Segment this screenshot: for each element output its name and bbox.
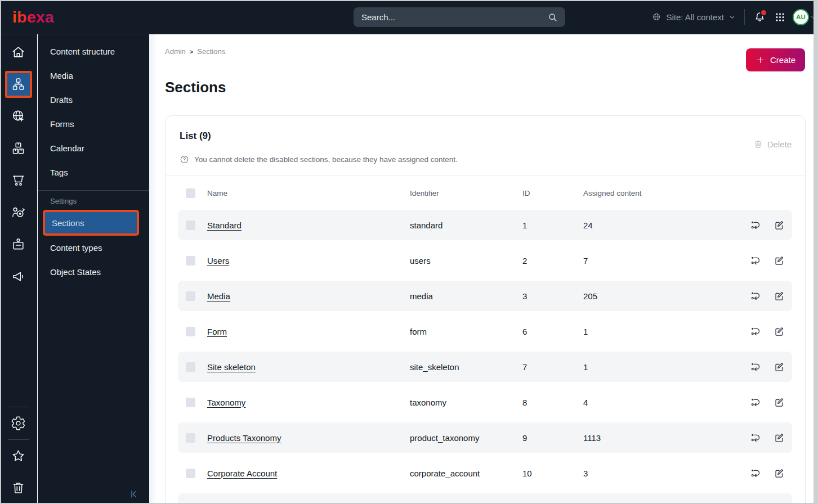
window-border xyxy=(0,0,1,504)
row-checkbox[interactable] xyxy=(186,291,195,301)
section-name-link[interactable]: Standard xyxy=(207,220,242,230)
section-name-link[interactable]: Media xyxy=(207,291,230,301)
menu-item-sections[interactable]: Sections xyxy=(43,210,139,236)
table-row: Site skeleton site_skeleton 7 1 xyxy=(178,352,792,382)
table-row: Taxonomy taxonomy 8 4 xyxy=(178,387,792,417)
edit-icon[interactable] xyxy=(774,468,784,478)
create-button[interactable]: Create xyxy=(746,48,805,71)
trash-icon xyxy=(11,480,26,496)
select-all-checkbox[interactable] xyxy=(186,188,195,198)
row-checkbox[interactable] xyxy=(186,469,195,478)
content-structure-icon xyxy=(11,76,26,92)
edit-icon[interactable] xyxy=(774,326,784,336)
marketing-megaphone-icon xyxy=(11,269,26,284)
ibexa-logo[interactable]: ibexa xyxy=(12,7,64,26)
sidebar-item-customer-portal[interactable] xyxy=(0,228,37,260)
section-name-link[interactable]: Site skeleton xyxy=(207,362,256,372)
section-identifier: site_skeleton xyxy=(410,362,522,372)
sidebar-item-bookmarks[interactable] xyxy=(0,440,37,472)
search-input[interactable] xyxy=(360,12,547,22)
table-row: Products Taxonomy product_taxonomy 9 111… xyxy=(178,422,792,453)
section-assigned-content: 3 xyxy=(583,469,740,478)
sidebar-item-dashboard[interactable] xyxy=(0,36,37,68)
sidebar-item-personalization[interactable] xyxy=(0,196,37,228)
sidebar-item-product-catalog[interactable] xyxy=(0,132,37,164)
section-identifier: media xyxy=(410,291,522,301)
list-note-text: You cannot delete the disabled sections,… xyxy=(194,155,458,164)
assign-content-icon[interactable] xyxy=(750,255,761,266)
assign-content-icon[interactable] xyxy=(750,220,761,230)
table-row: Standard standard 1 24 xyxy=(178,210,792,240)
edit-icon[interactable] xyxy=(774,433,784,443)
row-checkbox[interactable] xyxy=(186,362,195,372)
breadcrumb-admin[interactable]: Admin xyxy=(165,47,186,56)
section-id: 3 xyxy=(522,291,583,301)
menu-item-object-states[interactable]: Object States xyxy=(38,260,149,284)
menu-item-content-structure[interactable]: Content structure xyxy=(38,39,149,64)
section-name-link[interactable]: Taxonomy xyxy=(207,398,245,407)
sidebar-item-site[interactable] xyxy=(0,100,37,132)
sidebar-item-admin[interactable] xyxy=(0,407,37,439)
notifications-button[interactable] xyxy=(753,11,766,24)
menu-item-content-types[interactable]: Content types xyxy=(38,236,149,260)
user-avatar[interactable]: AU xyxy=(793,9,809,25)
home-icon xyxy=(11,44,26,60)
section-id: 1 xyxy=(522,220,583,230)
assign-content-icon[interactable] xyxy=(750,397,761,407)
site-context-selector[interactable]: Site: All context xyxy=(651,12,736,22)
list-note: You cannot delete the disabled sections,… xyxy=(180,155,792,164)
trash-icon xyxy=(753,140,763,149)
grid-dots-icon xyxy=(775,12,785,22)
section-name-link[interactable]: Form xyxy=(207,327,227,336)
question-circle-icon xyxy=(180,155,189,164)
sidebar-item-commerce[interactable] xyxy=(0,164,37,196)
assign-content-icon[interactable] xyxy=(750,468,761,478)
edit-icon[interactable] xyxy=(774,291,784,301)
customer-portal-icon xyxy=(11,237,26,252)
list-title: List (9) xyxy=(180,130,211,142)
section-name-link[interactable]: Users xyxy=(207,256,229,266)
sidebar-item-content[interactable] xyxy=(0,68,37,100)
row-checkbox[interactable] xyxy=(186,398,195,407)
search-icon[interactable] xyxy=(547,12,558,23)
edit-icon[interactable] xyxy=(774,255,784,266)
menu-item-tags[interactable]: Tags xyxy=(38,160,149,184)
row-checkbox[interactable] xyxy=(186,327,195,336)
global-search[interactable] xyxy=(354,7,565,27)
assign-content-icon[interactable] xyxy=(750,291,761,301)
plus-icon xyxy=(756,55,765,65)
section-identifier: product_taxonomy xyxy=(410,433,522,443)
product-catalog-icon xyxy=(11,141,26,156)
breadcrumb-sections[interactable]: Sections xyxy=(197,47,225,56)
assign-content-icon[interactable] xyxy=(750,326,761,336)
edit-icon[interactable] xyxy=(774,362,784,372)
row-checkbox[interactable] xyxy=(186,256,195,266)
assign-content-icon[interactable] xyxy=(750,362,761,372)
edit-icon[interactable] xyxy=(774,220,784,230)
topbar: ibexa Site: All context xyxy=(0,0,818,34)
menu-item-forms[interactable]: Forms xyxy=(38,112,149,136)
assign-content-icon[interactable] xyxy=(750,433,761,443)
section-assigned-content: 7 xyxy=(583,256,740,266)
globe-icon xyxy=(651,12,661,22)
sidebar-item-trash[interactable] xyxy=(0,472,37,504)
menu-item-media[interactable]: Media xyxy=(38,64,149,88)
sections-list-card: List (9) Delete You cannot del xyxy=(165,115,806,504)
menu-item-drafts[interactable]: Drafts xyxy=(38,88,149,112)
window-border xyxy=(813,0,818,504)
menu-item-calendar[interactable]: Calendar xyxy=(38,136,149,160)
delete-button-label: Delete xyxy=(767,140,792,149)
chevron-down-icon xyxy=(728,14,736,21)
apps-grid-button[interactable] xyxy=(775,12,785,22)
row-checkbox[interactable] xyxy=(186,220,195,230)
section-assigned-content: 1 xyxy=(583,362,740,372)
table-header: Name Identifier ID Assigned content xyxy=(178,176,792,210)
sidebar-item-marketing[interactable] xyxy=(0,260,37,292)
section-name-link[interactable]: Corporate Account xyxy=(207,469,277,478)
edit-icon[interactable] xyxy=(774,397,784,407)
row-checkbox[interactable] xyxy=(186,433,195,443)
site-icon xyxy=(11,109,26,124)
delete-button[interactable]: Delete xyxy=(753,140,792,149)
collapse-left-icon[interactable] xyxy=(128,489,139,500)
section-name-link[interactable]: Products Taxonomy xyxy=(207,433,281,443)
